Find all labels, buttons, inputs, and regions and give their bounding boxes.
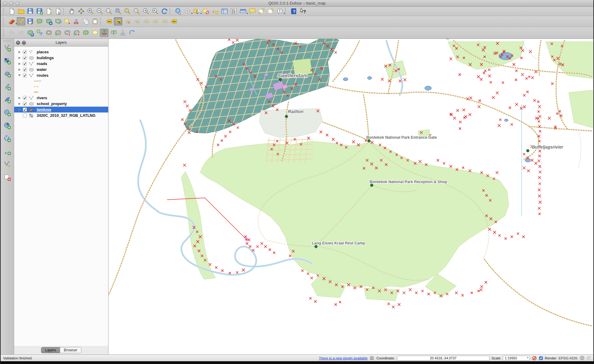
simplify-feature-button[interactable] bbox=[35, 29, 44, 37]
layer-visibility-checkbox[interactable] bbox=[23, 67, 27, 72]
chevron-down-icon[interactable]: ▼ bbox=[283, 12, 285, 14]
expand-icon[interactable] bbox=[17, 57, 22, 59]
toolbar-handle[interactable] bbox=[285, 8, 288, 14]
toolbar-handle[interactable] bbox=[100, 18, 103, 25]
resize-grip[interactable] bbox=[587, 356, 591, 360]
rotate-label-button[interactable]: abc bbox=[151, 17, 159, 26]
delete-selected-button[interactable] bbox=[63, 17, 72, 26]
expand-icon[interactable] bbox=[17, 97, 22, 99]
identify-button[interactable]: i bbox=[174, 7, 182, 15]
map-tips-button[interactable] bbox=[248, 7, 256, 15]
layer-row-rivers[interactable]: rivers bbox=[14, 95, 108, 101]
layer-row-buildings[interactable]: buildings bbox=[14, 55, 108, 61]
render-checkbox[interactable] bbox=[539, 356, 543, 360]
zoom-out-button[interactable] bbox=[95, 7, 104, 15]
crs-globe-icon[interactable] bbox=[580, 355, 585, 361]
measure-button[interactable]: ▼ bbox=[239, 7, 247, 15]
toolbar-handle[interactable] bbox=[3, 8, 6, 14]
merge-features-button[interactable] bbox=[118, 29, 127, 37]
split-parts-button[interactable] bbox=[109, 29, 118, 37]
field-calculator-button[interactable] bbox=[229, 7, 238, 15]
expand-icon[interactable] bbox=[17, 68, 22, 71]
rotate-feature-button[interactable] bbox=[26, 29, 35, 37]
expand-icon[interactable] bbox=[17, 63, 22, 65]
save-project-button[interactable] bbox=[26, 7, 35, 15]
node-tool-button[interactable] bbox=[54, 17, 62, 26]
redo-button[interactable] bbox=[17, 29, 25, 37]
add-spatialite-layer-button[interactable] bbox=[3, 83, 12, 91]
change-label-button[interactable]: abc bbox=[160, 17, 169, 26]
cut-features-button[interactable] bbox=[72, 17, 81, 26]
labeling-button[interactable]: abc bbox=[104, 17, 113, 26]
zoom-in-button[interactable] bbox=[86, 7, 95, 15]
rotate-point-symbols-button[interactable] bbox=[128, 29, 136, 37]
deselect-all-button[interactable] bbox=[202, 7, 210, 15]
zoom-to-selection-button[interactable] bbox=[123, 7, 132, 15]
layer-visibility-checkbox[interactable] bbox=[23, 102, 27, 106]
label-properties-button[interactable]: abc bbox=[169, 17, 178, 26]
reshape-features-button[interactable] bbox=[81, 29, 90, 37]
save-layer-edits-button[interactable] bbox=[26, 17, 35, 26]
new-bookmark-button[interactable] bbox=[257, 7, 266, 15]
layer-row-places[interactable]: places bbox=[14, 49, 108, 55]
delete-ring-button[interactable] bbox=[63, 29, 72, 37]
move-feature-button[interactable] bbox=[44, 17, 53, 26]
copy-features-button[interactable] bbox=[81, 17, 90, 26]
layer-row-landuse[interactable]: landuse bbox=[14, 107, 108, 112]
stop-render-icon[interactable] bbox=[532, 356, 537, 361]
layer-visibility-checkbox[interactable] bbox=[23, 96, 27, 100]
show-pinned-labels-button[interactable]: abc bbox=[123, 17, 132, 26]
map-canvas[interactable]: SwellendamRailtonBuffeljagsrivierBontebo… bbox=[109, 39, 593, 354]
coordinate-input[interactable] bbox=[397, 356, 490, 361]
add-mssql-layer-button[interactable] bbox=[3, 96, 12, 104]
layer-visibility-checkbox[interactable] bbox=[23, 113, 27, 117]
current-edits-button[interactable]: ▼ bbox=[7, 17, 16, 26]
refresh-button[interactable] bbox=[160, 7, 169, 15]
new-shapefile-layer-button[interactable] bbox=[3, 160, 12, 169]
toolbar-handle[interactable] bbox=[3, 18, 6, 25]
layer-row-roads[interactable]: roads bbox=[14, 61, 108, 67]
add-delimited-text-layer-button[interactable]: , bbox=[3, 147, 12, 156]
add-wcs-layer-button[interactable] bbox=[3, 121, 12, 130]
plugin-available-link[interactable]: There is a new plugin available bbox=[319, 356, 367, 360]
layer-row-school_property[interactable]: school_property bbox=[14, 101, 108, 107]
open-project-button[interactable] bbox=[17, 7, 25, 15]
add-ring-button[interactable] bbox=[44, 29, 53, 37]
layer-row-water[interactable]: water bbox=[14, 67, 108, 72]
layer-visibility-checkbox[interactable] bbox=[23, 62, 27, 66]
composer-manager-button[interactable] bbox=[54, 7, 62, 15]
plugin-icon[interactable] bbox=[370, 356, 374, 360]
add-part-button[interactable] bbox=[54, 29, 62, 37]
layer-visibility-checkbox[interactable] bbox=[23, 108, 27, 112]
map-svg[interactable]: SwellendamRailtonBuffeljagsrivierBontebo… bbox=[109, 39, 593, 354]
layer-row-routes[interactable]: routes bbox=[14, 72, 108, 78]
expand-icon[interactable] bbox=[17, 108, 22, 111]
whats-this-button[interactable]: ? bbox=[299, 7, 307, 15]
undo-button[interactable] bbox=[7, 29, 16, 37]
select-features-button[interactable]: ▼ bbox=[192, 7, 201, 15]
remove-layer-button[interactable] bbox=[3, 173, 12, 182]
expand-icon[interactable] bbox=[17, 103, 22, 105]
help-button[interactable]: ? bbox=[289, 7, 298, 15]
zoom-next-button[interactable] bbox=[151, 7, 159, 15]
run-feature-action-button[interactable]: ▼ bbox=[183, 7, 192, 15]
scale-combo[interactable]: 1:19950 ▼ bbox=[503, 356, 530, 361]
layer-row-3420C_2010_327_RGB_LATLNG[interactable]: 3420C_2010_327_RGB_LATLNG bbox=[14, 112, 108, 118]
add-raster-layer-button[interactable] bbox=[3, 57, 12, 65]
zoom-last-button[interactable] bbox=[141, 7, 150, 15]
show-bookmarks-button[interactable] bbox=[266, 7, 275, 15]
layer-visibility-checkbox[interactable] bbox=[23, 56, 27, 60]
zoom-full-button[interactable] bbox=[114, 7, 122, 15]
pin-labels-button[interactable]: abc bbox=[114, 17, 122, 26]
select-by-expression-button[interactable]: ε bbox=[211, 7, 219, 15]
offset-curve-button[interactable] bbox=[91, 29, 99, 37]
toolbar-handle[interactable] bbox=[63, 8, 66, 14]
attribute-table-button[interactable] bbox=[220, 7, 229, 15]
toggle-editing-button[interactable] bbox=[17, 17, 25, 26]
add-feature-button[interactable] bbox=[35, 17, 44, 26]
split-features-button[interactable] bbox=[100, 29, 109, 37]
show-hide-labels-button[interactable]: abc bbox=[132, 17, 141, 26]
layer-visibility-checkbox[interactable] bbox=[23, 73, 27, 77]
new-project-button[interactable] bbox=[7, 7, 16, 15]
add-wms-layer-button[interactable] bbox=[3, 108, 12, 117]
